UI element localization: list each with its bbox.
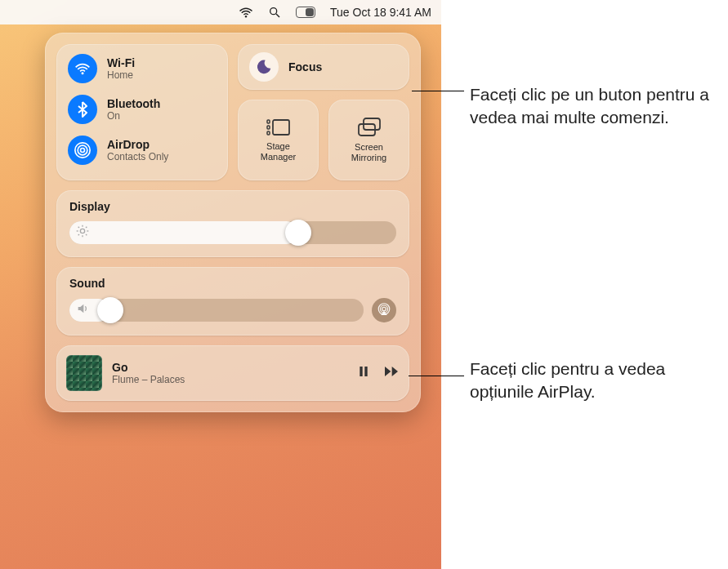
svg-line-19 [86, 234, 87, 235]
svg-point-0 [245, 16, 247, 17]
wifi-icon [68, 54, 97, 83]
display-tile: Display [56, 190, 409, 257]
now-playing-subtitle: Flume – Palaces [112, 374, 185, 385]
next-track-button[interactable] [383, 365, 400, 381]
svg-point-4 [81, 149, 85, 153]
airdrop-icon [68, 136, 97, 165]
sound-tile: Sound [56, 267, 409, 336]
stage-manager-icon [266, 118, 291, 136]
wifi-icon[interactable] [239, 7, 253, 18]
spotlight-icon[interactable] [268, 6, 281, 19]
control-center-panel: Wi-Fi Home Bluetooth On AirDrop [45, 33, 421, 412]
sound-label: Sound [69, 277, 396, 290]
callout-leader-line [412, 91, 464, 91]
display-brightness-slider[interactable] [69, 221, 396, 244]
wifi-status: Home [107, 69, 135, 81]
forward-icon [383, 365, 400, 378]
callout-leader-line [409, 376, 464, 376]
stage-manager-label: Stage Manager [261, 141, 296, 161]
airdrop-button[interactable]: AirDrop Contacts Only [68, 136, 217, 165]
pause-icon [357, 365, 370, 378]
airdrop-status: Contacts Only [107, 151, 168, 162]
svg-point-5 [78, 145, 87, 155]
airplay-icon [377, 303, 391, 318]
screen-mirroring-label: Screen Mirroring [351, 142, 386, 162]
wifi-title: Wi-Fi [107, 56, 135, 69]
control-center-menubar-icon[interactable] [296, 7, 315, 18]
bluetooth-icon [68, 95, 97, 124]
svg-rect-26 [364, 367, 367, 376]
connectivity-tile: Wi-Fi Home Bluetooth On AirDrop [56, 44, 228, 180]
pause-button[interactable] [357, 365, 370, 381]
menu-bar: Tue Oct 18 9:41 AM [0, 0, 441, 24]
svg-point-3 [82, 72, 84, 74]
airdrop-title: AirDrop [107, 138, 168, 151]
svg-rect-8 [267, 126, 270, 129]
svg-rect-9 [267, 131, 270, 135]
now-playing-tile[interactable]: Go Flume – Palaces [56, 345, 409, 401]
menubar-datetime[interactable]: Tue Oct 18 9:41 AM [330, 6, 431, 19]
svg-line-18 [78, 227, 79, 228]
callout-airplay: Faceți clic pentru a vedea opțiunile Air… [470, 358, 715, 404]
svg-line-2 [276, 14, 279, 17]
svg-point-13 [80, 229, 84, 233]
svg-rect-10 [273, 120, 289, 135]
bluetooth-status: On [107, 110, 160, 122]
svg-line-21 [86, 227, 87, 228]
bluetooth-button[interactable]: Bluetooth On [68, 95, 217, 124]
stage-manager-button[interactable]: Stage Manager [238, 100, 319, 180]
screen-mirroring-button[interactable]: Screen Mirroring [328, 100, 409, 180]
sound-volume-slider[interactable] [69, 299, 364, 322]
svg-line-20 [78, 234, 79, 235]
svg-point-1 [270, 8, 277, 15]
brightness-icon [76, 224, 89, 241]
screen-mirroring-icon [357, 118, 382, 137]
now-playing-title: Go [112, 361, 185, 374]
callout-focus: Faceți clic pe un buton pentru a vedea m… [470, 83, 715, 130]
focus-label: Focus [288, 60, 322, 73]
focus-button[interactable]: Focus [238, 44, 409, 90]
speaker-icon [76, 302, 89, 318]
svg-rect-7 [267, 120, 270, 123]
display-label: Display [69, 200, 396, 213]
wifi-button[interactable]: Wi-Fi Home [68, 54, 217, 83]
airplay-audio-button[interactable] [372, 298, 396, 322]
bluetooth-title: Bluetooth [107, 97, 160, 110]
svg-point-22 [382, 307, 386, 311]
moon-icon [249, 52, 279, 82]
album-art [66, 355, 102, 391]
svg-rect-25 [360, 367, 362, 376]
